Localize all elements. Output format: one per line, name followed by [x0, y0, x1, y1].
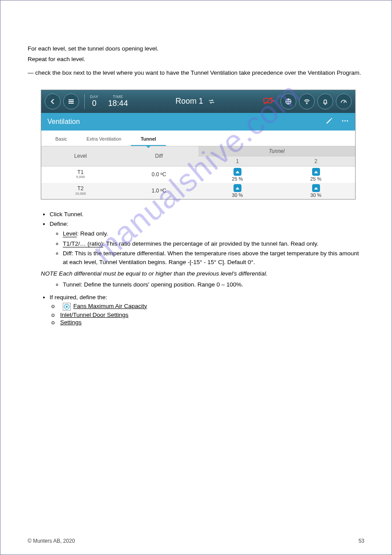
footer-copyright: © Munters AB, 2020: [28, 538, 75, 544]
bullet-if-required: If required, define the:: [50, 293, 364, 302]
bullet-click-tunnel: Click Tunnel.: [50, 210, 364, 219]
tunnel-2-cell[interactable]: 25 %: [277, 166, 355, 183]
tunnel-1-cell[interactable]: 30 %: [198, 183, 277, 199]
bell-icon: [321, 98, 329, 105]
more-dots-icon: [341, 117, 349, 125]
level-sub: 5,000: [44, 175, 117, 179]
swap-icon[interactable]: [208, 98, 216, 105]
note-diff: NOTE Each differential must be equal to …: [41, 270, 364, 277]
svg-point-4: [306, 103, 307, 104]
diff-value[interactable]: 1.0 ºC: [120, 183, 198, 199]
def-settings: o Settings: [51, 319, 364, 326]
tab-basic[interactable]: Basic: [46, 133, 77, 146]
section-title: Ventilation: [47, 118, 80, 126]
gauge-icon: [340, 98, 348, 105]
back-button[interactable]: [45, 94, 61, 109]
tunnel-1-cell[interactable]: 25 %: [198, 166, 277, 183]
time-block: TIME 18:44: [108, 95, 128, 108]
day-value: 0: [92, 99, 97, 108]
divider: [84, 94, 85, 109]
wifi-button[interactable]: [299, 94, 315, 109]
day-block: DAY 0: [90, 95, 98, 108]
room-name: Room 1: [176, 97, 203, 106]
table-row: T2 10,000 1.0 ºC 30 % 30 %: [41, 183, 355, 199]
inlet-icon: [234, 184, 241, 192]
tunnel-2-cell[interactable]: 30 %: [277, 183, 355, 199]
col-level: Level: [41, 146, 120, 167]
tab-tunnel[interactable]: Tunnel: [131, 133, 165, 146]
globe-button[interactable]: [281, 94, 296, 109]
globe-icon: [284, 98, 292, 105]
sub-bullet-ratio: T1/T2/… (ratio): This ratio determines t…: [63, 239, 364, 248]
pencil-icon: [325, 117, 333, 125]
inlet-icon: [312, 184, 320, 192]
more-button[interactable]: [341, 117, 349, 126]
edit-button[interactable]: [325, 117, 333, 127]
section-bar: Ventilation: [41, 113, 355, 131]
tabs: Basic Extra Ventilation Tunnel: [41, 131, 355, 146]
sub-bullet-diff: Diff: This is the temperature differenti…: [63, 249, 364, 267]
gauge-button[interactable]: [336, 94, 352, 109]
fan-icon: [63, 303, 71, 311]
intro-p2: Repeat for each level.: [28, 55, 364, 64]
svg-line-5: [344, 101, 345, 103]
tab-extra-ventilation[interactable]: Extra Ventilation: [77, 133, 131, 146]
menu-button[interactable]: [63, 94, 79, 109]
tunnel-1-value: 30 %: [232, 192, 243, 198]
intro-check-note: — check the box next to the level where …: [28, 69, 364, 77]
battery-off-icon: [263, 96, 274, 107]
bullet-define: Define:: [50, 220, 364, 229]
app-screenshot: DAY 0 TIME 18:44 Room 1: [41, 90, 356, 200]
sub-bullet-tunnel: Tunnel: Define the tunnels doors' openin…: [63, 280, 364, 289]
level-name: T2: [44, 186, 117, 192]
hamburger-icon: [67, 98, 75, 105]
table-row: T1 5,000 0.0 ºC 25 % 25 %: [41, 166, 355, 183]
tunnel-2-value: 25 %: [310, 176, 321, 181]
time-value: 18:44: [108, 99, 128, 108]
def-inlet-door: o Inlet/Tunnel Door Settings: [51, 312, 364, 318]
col-tunnel-2: 2: [277, 156, 355, 166]
intro-p1: For each level, set the tunnel doors ope…: [28, 44, 364, 53]
level-sub: 10,000: [44, 192, 117, 196]
svg-point-8: [347, 120, 348, 122]
tunnel-2-value: 30 %: [310, 192, 321, 198]
svg-point-7: [345, 120, 346, 122]
footer-page: 53: [359, 538, 364, 544]
svg-rect-1: [272, 100, 273, 102]
wifi-icon: [303, 98, 311, 105]
sub-bullet-level: Level: Read only.: [63, 229, 364, 238]
col-tunnel-1: 1: [198, 156, 277, 166]
svg-point-6: [342, 120, 343, 122]
col-tunnel: Tunnel: [198, 146, 356, 156]
inlet-icon: [312, 168, 320, 176]
tunnel-1-value: 25 %: [232, 176, 243, 181]
def-fan-capacity: o Fans Maximum Air Capacity: [51, 303, 364, 311]
inlet-icon: [234, 168, 241, 176]
col-diff: Diff: [120, 146, 198, 167]
tunnel-table: Level Diff Tunnel 1 2 T1 5,000 0.0 ºC: [41, 146, 355, 199]
back-arrow-icon: [49, 98, 57, 105]
bell-button[interactable]: [317, 94, 333, 109]
diff-value[interactable]: 0.0 ºC: [120, 166, 198, 183]
app-header: DAY 0 TIME 18:44 Room 1: [41, 90, 355, 113]
